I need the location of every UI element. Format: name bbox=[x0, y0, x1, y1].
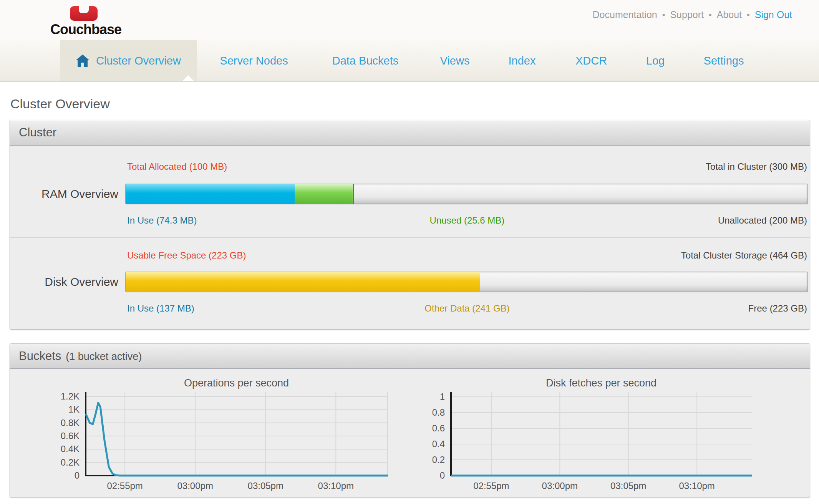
disk-bottom-labels: In Use (137 MB) Other Data (241 GB) Free… bbox=[127, 303, 807, 315]
active-tab-caret bbox=[182, 75, 194, 81]
ram-bottom-labels: In Use (74.3 MB) Unused (25.6 MB) Unallo… bbox=[127, 215, 807, 227]
buckets-active-count: (1 bucket active) bbox=[66, 344, 142, 369]
chart-canvas bbox=[85, 392, 388, 479]
ram-allocated-marker bbox=[353, 184, 354, 204]
home-icon bbox=[76, 55, 90, 67]
ram-overview-label: RAM Overview bbox=[10, 187, 118, 201]
tab-settings[interactable]: Settings bbox=[704, 40, 744, 81]
disk-usage-bar bbox=[125, 272, 808, 292]
ram-unallocated-label: Unallocated (200 MB) bbox=[718, 215, 807, 226]
chart-title: Disk fetches per second bbox=[450, 377, 752, 389]
disk-overview-label: Disk Overview bbox=[10, 275, 118, 288]
disk-usable-free-label: Usable Free Space (223 GB) bbox=[127, 250, 246, 261]
y-tick-label: 1.2K bbox=[48, 391, 80, 402]
x-tick-label: 03:00pm bbox=[527, 481, 592, 491]
x-tick-label: 02:55pm bbox=[459, 481, 524, 491]
tab-views[interactable]: Views bbox=[440, 40, 470, 81]
disk-other-data-label: Other Data (241 GB) bbox=[127, 303, 807, 314]
buckets-panel-title: Buckets bbox=[19, 344, 61, 368]
chart-canvas bbox=[450, 392, 752, 479]
tab-data-buckets[interactable]: Data Buckets bbox=[332, 40, 398, 81]
logo-wordmark: Couchbase bbox=[50, 22, 121, 38]
sign-out-link[interactable]: Sign Out bbox=[755, 9, 792, 20]
couchbase-logo: Couchbase bbox=[50, 3, 135, 38]
cluster-panel-header: Cluster bbox=[10, 120, 810, 146]
disk-overview-row: Disk Overview Usable Free Space (223 GB)… bbox=[10, 238, 810, 329]
tab-xdcr[interactable]: XDCR bbox=[575, 40, 607, 81]
ram-in-use-segment bbox=[126, 184, 295, 204]
y-tick-label: 0 bbox=[48, 470, 80, 481]
y-tick-label: 0.2K bbox=[48, 457, 80, 468]
y-tick-label: 1K bbox=[48, 404, 80, 415]
y-tick-label: 0.4K bbox=[48, 444, 80, 454]
y-tick-label: 0.6 bbox=[413, 423, 445, 434]
ram-total-in-cluster-label: Total in Cluster (300 MB) bbox=[706, 161, 807, 172]
cluster-panel: Cluster RAM Overview Total Allocated (10… bbox=[10, 120, 810, 330]
header-links: Documentation • Support • About • Sign O… bbox=[593, 9, 792, 20]
disk-free-label: Free (223 GB) bbox=[748, 303, 807, 314]
tab-label: Cluster Overview bbox=[96, 55, 181, 67]
ram-top-labels: Total Allocated (100 MB) Total in Cluste… bbox=[127, 161, 807, 173]
buckets-panel-header: Buckets (1 bucket active) bbox=[10, 344, 810, 369]
series-line bbox=[86, 403, 388, 476]
tab-cluster-overview[interactable]: Cluster Overview bbox=[60, 40, 197, 81]
ram-unused-segment bbox=[295, 184, 353, 204]
top-header: Couchbase Documentation • Support • Abou… bbox=[0, 0, 819, 40]
ram-total-allocated-label: Total Allocated (100 MB) bbox=[127, 161, 227, 172]
x-tick-label: 03:05pm bbox=[596, 481, 661, 491]
y-tick-label: 0.6K bbox=[48, 431, 80, 441]
x-tick-label: 03:05pm bbox=[233, 481, 298, 491]
tab-index[interactable]: Index bbox=[509, 40, 536, 81]
x-tick-label: 03:00pm bbox=[162, 481, 228, 491]
main-nav: Cluster Overview Server Nodes Data Bucke… bbox=[0, 40, 819, 81]
chart-title: Operations per second bbox=[85, 377, 388, 389]
cluster-panel-title: Cluster bbox=[19, 120, 56, 145]
couchbase-couch-icon bbox=[70, 6, 98, 21]
link-separator: • bbox=[662, 10, 665, 20]
couchbase-console-page: Couchbase Documentation • Support • Abou… bbox=[0, 0, 819, 504]
y-tick-label: 0 bbox=[413, 470, 445, 481]
y-tick-label: 0.2 bbox=[413, 454, 445, 465]
disk-total-storage-label: Total Cluster Storage (464 GB) bbox=[681, 250, 807, 261]
link-separator: • bbox=[709, 10, 712, 20]
tab-server-nodes[interactable]: Server Nodes bbox=[220, 40, 288, 81]
disk-fetches-per-second-chart: Disk fetches per second 00.20.40.60.8102… bbox=[450, 392, 752, 476]
y-tick-label: 1 bbox=[413, 391, 445, 402]
ram-usage-bar bbox=[125, 184, 808, 204]
x-tick-label: 02:55pm bbox=[92, 481, 158, 491]
ram-overview-row: RAM Overview Total Allocated (100 MB) To… bbox=[10, 146, 810, 238]
ram-unused-label: Unused (25.6 MB) bbox=[127, 215, 807, 226]
tab-log[interactable]: Log bbox=[646, 40, 665, 81]
about-link[interactable]: About bbox=[717, 9, 742, 20]
x-tick-label: 03:10pm bbox=[303, 481, 368, 491]
y-tick-label: 0.4 bbox=[413, 439, 445, 449]
page-title: Cluster Overview bbox=[10, 96, 110, 111]
support-link[interactable]: Support bbox=[670, 9, 704, 20]
y-tick-label: 0.8K bbox=[48, 418, 80, 428]
operations-per-second-chart: Operations per second 00.2K0.4K0.6K0.8K1… bbox=[85, 392, 388, 476]
disk-top-labels: Usable Free Space (223 GB) Total Cluster… bbox=[127, 250, 807, 262]
link-separator: • bbox=[747, 10, 750, 20]
disk-used-segment bbox=[126, 272, 480, 292]
x-tick-label: 03:10pm bbox=[664, 481, 729, 491]
documentation-link[interactable]: Documentation bbox=[593, 9, 657, 20]
y-tick-label: 0.8 bbox=[413, 407, 445, 418]
